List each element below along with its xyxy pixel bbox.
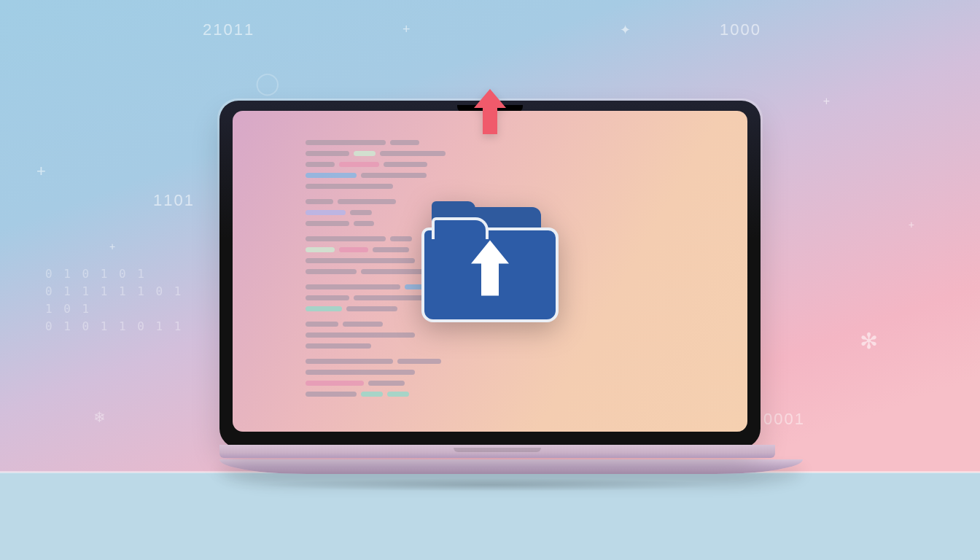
snowflake-icon: ❄ xyxy=(93,408,106,426)
laptop-bezel xyxy=(219,101,761,448)
bg-number: 1101 xyxy=(153,191,195,210)
upload-folder-icon xyxy=(417,207,563,324)
laptop-hinge xyxy=(219,445,775,458)
plus-icon: + xyxy=(909,219,914,230)
laptop-screen xyxy=(233,111,747,432)
illustration-scene: 21011 1000 1101 0001 0 1 0 1 0 1 0 1 1 1… xyxy=(0,0,980,560)
plus-icon: + xyxy=(823,95,830,108)
snowflake-icon: ✻ xyxy=(860,328,878,354)
bg-number: 21011 xyxy=(203,20,254,39)
arrow-up-icon xyxy=(461,236,519,302)
upload-arrow-icon xyxy=(468,86,512,137)
plus-icon: ✦ xyxy=(620,22,631,38)
bg-binary-block: 0 1 0 1 0 1 0 1 1 1 1 1 0 1 1 0 1 0 1 0 … xyxy=(45,265,184,335)
bg-number: 0001 xyxy=(763,410,805,429)
laptop-shadow xyxy=(257,478,723,491)
plus-icon: + xyxy=(36,162,46,181)
bg-number: 1000 xyxy=(720,20,761,39)
laptop-base xyxy=(219,459,803,474)
laptop xyxy=(219,101,761,491)
circle-icon: ◯ xyxy=(255,70,280,96)
plus-icon: + xyxy=(109,241,115,252)
plus-icon: + xyxy=(402,22,411,37)
